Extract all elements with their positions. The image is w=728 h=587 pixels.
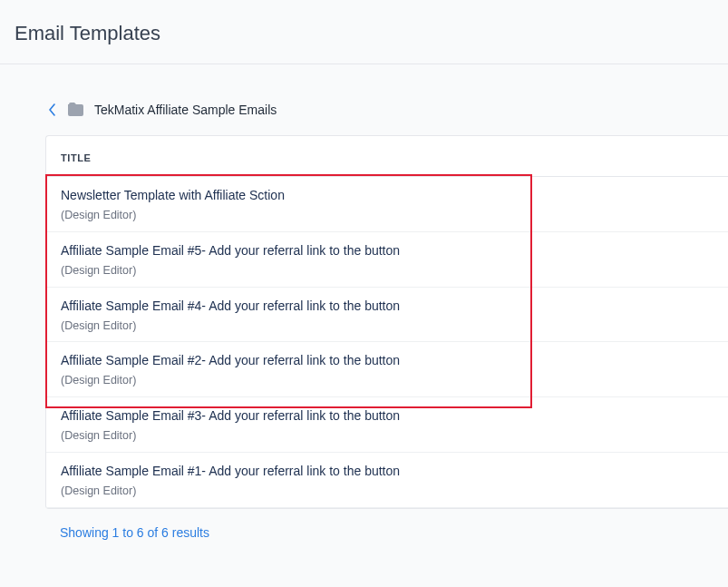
template-title: Affiliate Sample Email #1- Add your refe… (61, 462, 713, 481)
templates-table: TITLE Newsletter Template with Affiliate… (45, 135, 728, 509)
breadcrumb: TekMatix Affiliate Sample Emails (45, 101, 728, 119)
template-editor-type: (Design Editor) (61, 262, 713, 279)
template-title: Newsletter Template with Affiliate Sctio… (61, 186, 713, 205)
pagination-results: Showing 1 to 6 of 6 results (45, 509, 728, 556)
table-row[interactable]: Affiliate Sample Email #4- Add your refe… (46, 288, 728, 343)
table-row[interactable]: Newsletter Template with Affiliate Sctio… (46, 177, 728, 232)
table-row[interactable]: Affiliate Sample Email #5- Add your refe… (46, 232, 728, 288)
table-header: TITLE (46, 136, 728, 177)
template-title: Affiliate Sample Email #5- Add your refe… (61, 241, 713, 260)
breadcrumb-folder-name[interactable]: TekMatix Affiliate Sample Emails (94, 103, 277, 117)
template-editor-type: (Design Editor) (61, 372, 713, 389)
page-title: Email Templates (15, 22, 713, 45)
column-title-label: TITLE (61, 152, 92, 163)
template-title: Affiliate Sample Email #3- Add your refe… (61, 406, 713, 426)
template-title: Affiliate Sample Email #4- Add your refe… (61, 297, 713, 316)
content-inner: TekMatix Affiliate Sample Emails TITLE N… (45, 101, 728, 556)
template-title: Affiliate Sample Email #2- Add your refe… (61, 351, 713, 370)
template-editor-type: (Design Editor) (61, 483, 713, 500)
folder-icon (67, 101, 85, 119)
template-editor-type: (Design Editor) (61, 318, 713, 335)
table-row[interactable]: Affiliate Sample Email #3- Add your refe… (46, 397, 728, 453)
template-editor-type: (Design Editor) (61, 427, 713, 445)
chevron-left-icon[interactable] (45, 103, 58, 116)
content-area: TekMatix Affiliate Sample Emails TITLE N… (0, 64, 728, 556)
page-header: Email Templates (0, 0, 728, 64)
table-row[interactable]: Affiliate Sample Email #2- Add your refe… (46, 342, 728, 397)
table-row[interactable]: Affiliate Sample Email #1- Add your refe… (46, 453, 728, 508)
template-editor-type: (Design Editor) (61, 207, 713, 224)
